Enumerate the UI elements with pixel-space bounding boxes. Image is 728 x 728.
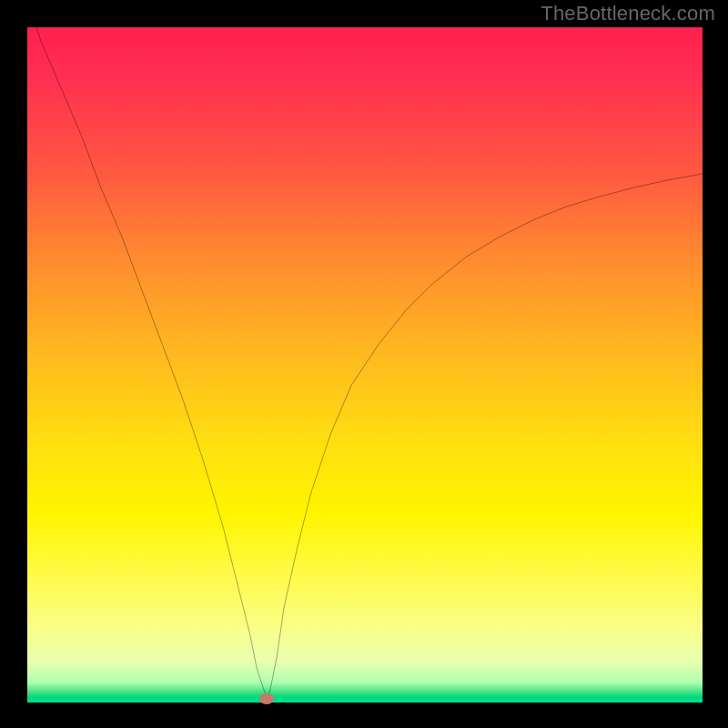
chart-plot-area — [27, 27, 703, 703]
optimum-marker — [259, 693, 274, 704]
bottleneck-curve — [27, 27, 703, 703]
watermark-text: TheBottleneck.com — [541, 2, 715, 25]
